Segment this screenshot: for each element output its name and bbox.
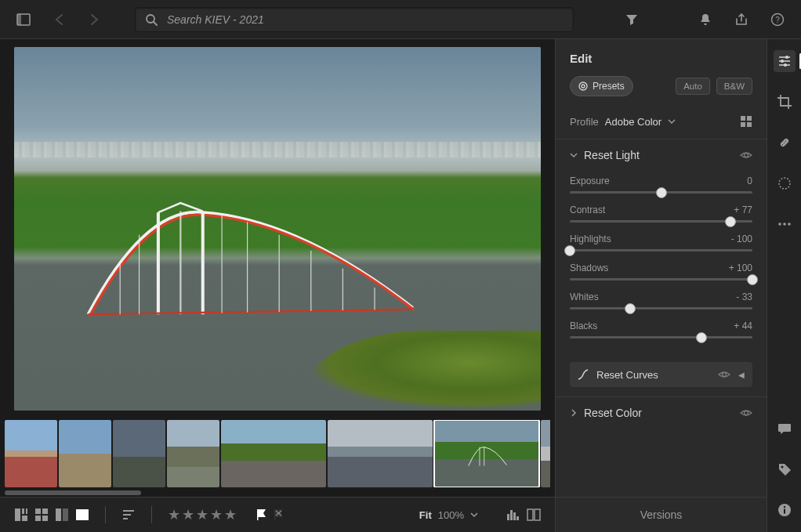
presets-button[interactable]: Presets: [570, 76, 633, 96]
whites-slider[interactable]: Whites- 33: [570, 291, 752, 309]
eye-icon[interactable]: [718, 368, 730, 381]
view-single-icon[interactable]: [75, 508, 89, 522]
svg-point-65: [781, 466, 783, 469]
svg-point-61: [779, 178, 790, 189]
thumb-8[interactable]: [541, 420, 550, 487]
svg-rect-25: [42, 508, 48, 514]
thumb-5[interactable]: [221, 420, 326, 487]
presets-label: Presets: [593, 81, 625, 92]
exposure-knob[interactable]: [656, 187, 667, 198]
healing-tool[interactable]: [774, 132, 796, 154]
thumb-3[interactable]: [113, 420, 165, 487]
view-compare-icon[interactable]: [55, 508, 69, 522]
svg-rect-49: [747, 122, 752, 127]
expand-icon[interactable]: ◀: [738, 371, 745, 379]
light-section-title: Reset Light: [584, 149, 734, 161]
bw-button[interactable]: B&W: [716, 78, 752, 95]
histogram-icon[interactable]: [506, 508, 520, 522]
nav-back-button[interactable]: [49, 9, 71, 31]
help-icon[interactable]: ?: [767, 9, 788, 31]
edit-tool[interactable]: [774, 50, 796, 72]
bell-icon[interactable]: [694, 9, 716, 31]
presets-icon: [578, 81, 588, 91]
chevron-right-icon: [570, 409, 578, 417]
svg-rect-46: [741, 116, 745, 121]
whites-value: - 33: [736, 291, 752, 302]
svg-rect-26: [35, 516, 41, 521]
blacks-slider[interactable]: Blacks+ 44: [570, 320, 752, 338]
zoom-fit-label[interactable]: Fit: [419, 509, 432, 521]
thumb-4[interactable]: [167, 420, 219, 487]
shadows-slider[interactable]: Shadows+ 100: [570, 262, 752, 280]
exposure-slider[interactable]: Exposure0: [570, 176, 752, 194]
svg-point-56: [781, 60, 784, 63]
thumb-6[interactable]: [328, 420, 433, 487]
whites-knob[interactable]: [625, 303, 636, 314]
thumb-2[interactable]: [59, 420, 111, 487]
color-section-header[interactable]: Reset Color: [556, 397, 767, 429]
highlights-value: - 100: [731, 233, 752, 244]
svg-rect-22: [26, 508, 27, 514]
filmstrip-scrollbar[interactable]: [5, 490, 550, 495]
share-icon[interactable]: [730, 9, 752, 31]
search-input[interactable]: [165, 13, 564, 27]
svg-point-51: [723, 373, 727, 377]
svg-rect-67: [784, 509, 785, 514]
compare-view-icon[interactable]: [527, 508, 541, 522]
thumb-1[interactable]: [5, 420, 57, 487]
auto-button[interactable]: Auto: [676, 78, 710, 95]
zoom-dropdown-icon[interactable]: [470, 511, 478, 519]
zoom-value[interactable]: 100%: [438, 509, 464, 521]
shadows-knob[interactable]: [747, 274, 758, 285]
crop-tool[interactable]: [774, 91, 796, 113]
curves-row[interactable]: Reset Curves ◀: [570, 362, 752, 387]
profile-value[interactable]: Adobe Color: [605, 116, 661, 128]
main-photo[interactable]: [14, 47, 541, 411]
contrast-value: + 77: [734, 204, 752, 215]
sort-icon[interactable]: [121, 508, 136, 522]
svg-line-9: [88, 309, 412, 314]
search-field[interactable]: [135, 7, 574, 32]
svg-rect-48: [741, 122, 745, 127]
svg-rect-27: [42, 516, 48, 521]
highlights-knob[interactable]: [564, 245, 575, 256]
svg-rect-35: [274, 509, 276, 520]
shadows-value: + 100: [729, 262, 752, 273]
pick-flag-icon[interactable]: [256, 508, 268, 521]
svg-rect-1: [17, 14, 21, 25]
rating-stars[interactable]: ★★★★★: [168, 506, 238, 523]
blacks-knob[interactable]: [696, 332, 707, 343]
reject-flag-icon[interactable]: [273, 508, 285, 521]
svg-rect-43: [535, 509, 540, 520]
versions-button[interactable]: Versions: [556, 497, 767, 532]
info-tool[interactable]: [774, 499, 796, 521]
eye-icon[interactable]: [740, 407, 752, 419]
svg-point-54: [785, 56, 788, 59]
thumb-7[interactable]: [434, 420, 539, 487]
view-tiles-icon[interactable]: [34, 508, 49, 522]
svg-rect-21: [22, 508, 24, 514]
panel-toggle-icon[interactable]: [13, 9, 34, 31]
exposure-label: Exposure: [570, 176, 610, 186]
svg-line-3: [154, 22, 157, 25]
svg-rect-41: [516, 516, 519, 520]
masking-tool[interactable]: [774, 172, 796, 194]
profile-browser-icon[interactable]: [740, 115, 752, 128]
svg-rect-42: [527, 509, 533, 520]
contrast-knob[interactable]: [725, 216, 736, 227]
highlights-slider[interactable]: Highlights- 100: [570, 233, 752, 252]
view-grid-icon[interactable]: [14, 508, 28, 522]
more-tool[interactable]: [774, 213, 796, 235]
edit-panel-title: Edit: [570, 52, 752, 65]
profile-dropdown-icon[interactable]: [668, 118, 676, 125]
svg-point-50: [745, 154, 748, 157]
color-section-title: Reset Color: [584, 407, 734, 419]
contrast-slider[interactable]: Contrast+ 77: [570, 204, 752, 223]
tag-tool[interactable]: [774, 458, 796, 480]
comment-tool[interactable]: [774, 418, 796, 440]
nav-forward-button[interactable]: [83, 9, 105, 31]
light-section-header[interactable]: Reset Light: [556, 139, 767, 171]
svg-rect-20: [15, 508, 20, 521]
eye-icon[interactable]: [740, 149, 752, 161]
filter-icon[interactable]: [621, 9, 643, 31]
